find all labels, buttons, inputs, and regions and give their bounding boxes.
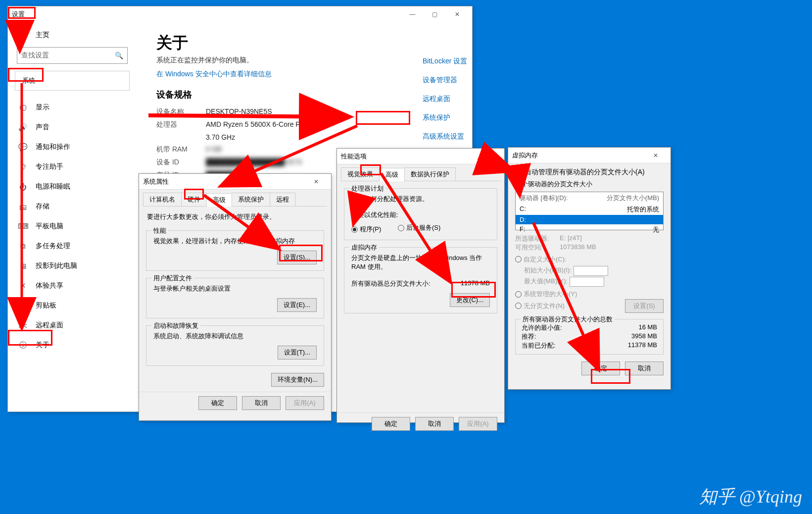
- sidebar-item-6[interactable]: ⌨平板电脑: [8, 216, 137, 236]
- sidebar-item-9[interactable]: ✕体验共享: [8, 276, 137, 296]
- profile-desc: 与登录帐户相关的桌面设置: [153, 284, 317, 293]
- ok-button[interactable]: 确定: [198, 396, 237, 410]
- cancel-button[interactable]: 取消: [625, 361, 664, 375]
- profile-legend: 用户配置文件: [151, 274, 194, 283]
- ok-button[interactable]: 确定: [581, 361, 620, 375]
- tab-高级[interactable]: 高级: [206, 193, 232, 206]
- sidebar-item-10[interactable]: 📋剪贴板: [8, 296, 137, 315]
- vmem-total-label: 所有驱动器总分页文件大小:: [351, 279, 430, 288]
- apply-button[interactable]: 应用(A): [286, 396, 324, 410]
- close-button[interactable]: ✕: [305, 174, 327, 189]
- security-center-link[interactable]: 在 Windows 安全中心中查看详细信息: [156, 70, 452, 79]
- cancel-button[interactable]: 取消: [415, 417, 454, 431]
- settings-title: 设置: [12, 10, 401, 19]
- sysprops-titlebar: 系统属性 ✕: [139, 174, 331, 190]
- page-title: 关于: [156, 32, 452, 54]
- sidebar-item-label: 存储: [36, 202, 49, 211]
- col-drive: 驱动器 [卷标](D):: [520, 194, 607, 203]
- vmem-group: 虚拟内存 分页文件是硬盘上的一块区域，Windows 当作 RAM 使用。 所有…: [344, 247, 497, 313]
- totals-group: 所有驱动器分页文件大小的总数 允许的最小值:16 MB 推荐:3958 MB 当…: [515, 319, 664, 355]
- link-remote-desktop[interactable]: 远程桌面: [423, 95, 522, 103]
- link-device-manager[interactable]: 设备管理器: [423, 76, 522, 85]
- radio-label: 无分页文件(N): [524, 302, 565, 310]
- maximize-button[interactable]: ▢: [424, 7, 446, 22]
- drive-row[interactable]: D:: [516, 215, 663, 224]
- min-k: 允许的最小值:: [522, 323, 638, 332]
- tab-高级[interactable]: 高级: [379, 168, 405, 181]
- sidebar-item-icon: 🖥: [18, 262, 28, 270]
- avail-v: 1073838 MB: [560, 243, 596, 252]
- sidebar-item-label: 关于: [36, 341, 49, 350]
- rec-v: 3958 MB: [631, 332, 657, 341]
- sidebar-item-label: 体验共享: [36, 281, 63, 290]
- sysprops-title: 系统属性: [143, 177, 305, 186]
- link-advanced-system-settings[interactable]: 高级系统设置: [423, 132, 522, 141]
- sidebar-item-label: 平板电脑: [36, 222, 63, 231]
- link-system-protection[interactable]: 系统保护: [423, 113, 522, 122]
- sidebar-item-4[interactable]: ⏻电源和睡眠: [8, 177, 137, 197]
- drive-row[interactable]: F:无: [516, 224, 663, 235]
- sidebar-item-icon: ⧉: [18, 242, 28, 251]
- sidebar-item-1[interactable]: 🔊声音: [8, 117, 137, 137]
- auto-manage-checkbox[interactable]: ✓ 自动管理所有驱动器的分页文件大小(A): [515, 168, 645, 177]
- system-properties-dialog: 系统属性 ✕ 计算机名硬件高级系统保护远程 要进行大多数更改，你必须作为管理员登…: [139, 173, 332, 421]
- spec-val: AMD Ryzen 5 5600X 6-Core P: [206, 120, 300, 129]
- max-k: 最大值(MB)(X):: [524, 277, 568, 285]
- spec-val: 0 GB: [206, 145, 222, 154]
- vmem-change-button[interactable]: 更改(C)...: [450, 293, 490, 307]
- close-button[interactable]: ✕: [644, 148, 667, 163]
- sidebar-item-3[interactable]: ☽专注助手: [8, 157, 137, 177]
- sidebar-item-0[interactable]: 🖵显示: [8, 98, 137, 117]
- env-vars-button[interactable]: 环境变量(N)...: [271, 373, 324, 387]
- sidebar-item-label: 剪贴板: [36, 301, 56, 310]
- sidebar-item-11[interactable]: ><远程桌面: [8, 315, 137, 335]
- sidebar-item-icon: 🖴: [18, 203, 28, 211]
- sidebar-home[interactable]: ⌂ 主页: [8, 25, 137, 45]
- radio-label: 程序(P): [360, 225, 381, 234]
- tab-远程[interactable]: 远程: [270, 193, 295, 206]
- tab-硬件[interactable]: 硬件: [181, 193, 207, 206]
- sel-drive-v: E: [z4T]: [560, 234, 582, 243]
- sidebar-item-8[interactable]: 🖥投影到此电脑: [8, 256, 137, 276]
- tab-系统保护[interactable]: 系统保护: [232, 193, 270, 206]
- tab-数据执行保护[interactable]: 数据执行保护: [404, 167, 456, 181]
- drive-list[interactable]: 驱动器 [卷标](D): 分页文件大小(MB) C:托管的系统D:F:无: [515, 192, 664, 230]
- perf-settings-button[interactable]: 设置(S)...: [277, 251, 317, 264]
- col-size: 分页文件大小(MB): [607, 194, 659, 203]
- ok-button[interactable]: 确定: [372, 417, 410, 431]
- sidebar-item-2[interactable]: 💬通知和操作: [8, 137, 137, 157]
- watermark: 知乎 @Ytqing: [699, 485, 802, 509]
- sidebar-item-12[interactable]: ⓘ关于: [8, 335, 137, 355]
- vmem-title: 虚拟内存: [512, 151, 644, 160]
- close-button[interactable]: ✕: [478, 149, 500, 164]
- virtual-memory-dialog: 虚拟内存 ✕ ✓ 自动管理所有驱动器的分页文件大小(A) 每个驱动器的分页文件大…: [508, 147, 671, 390]
- radio-programs[interactable]: 程序(P): [351, 225, 381, 234]
- minimize-button[interactable]: —: [401, 7, 424, 22]
- search-input[interactable]: 查找设置 🔍: [17, 47, 128, 64]
- perf-group: 性能 视觉效果，处理器计划，内存使用，以及虚拟内存 设置(S)...: [146, 230, 324, 271]
- sidebar-item-label: 电源和睡眠: [36, 182, 70, 191]
- spec-key: 设备 ID: [156, 158, 206, 167]
- scheduler-group: 处理器计划 选择如何分配处理器资源。 调整以优化性能: 程序(P) 后台服务(S…: [344, 188, 497, 240]
- radio-services[interactable]: 后台服务(S): [398, 223, 440, 232]
- sidebar-item-5[interactable]: 🖴存储: [8, 197, 137, 216]
- drive-letter: D:: [520, 216, 659, 223]
- home-icon: ⌂: [18, 31, 28, 40]
- tab-计算机名[interactable]: 计算机名: [143, 193, 182, 206]
- apply-button[interactable]: 应用(A): [459, 417, 497, 431]
- profile-settings-button[interactable]: 设置(E)...: [277, 298, 317, 312]
- profile-group: 用户配置文件 与登录帐户相关的桌面设置 设置(E)...: [146, 278, 324, 318]
- max-size-input: [570, 277, 604, 287]
- spec-key: 处理器: [156, 120, 206, 129]
- startup-desc: 系统启动、系统故障和调试信息: [153, 332, 317, 341]
- sidebar-item-7[interactable]: ⧉多任务处理: [8, 236, 137, 256]
- startup-settings-button[interactable]: 设置(T)...: [278, 346, 317, 360]
- startup-group: 启动和故障恢复 系统启动、系统故障和调试信息 设置(T)...: [146, 325, 324, 366]
- close-button[interactable]: ✕: [446, 7, 468, 22]
- vmem-total-value: 11378 MB: [461, 279, 490, 288]
- cancel-button[interactable]: 取消: [242, 396, 281, 410]
- tab-视觉效果[interactable]: 视觉效果: [341, 167, 380, 181]
- drive-row[interactable]: C:托管的系统: [516, 204, 663, 215]
- link-bitlocker[interactable]: BitLocker 设置: [423, 57, 522, 66]
- search-placeholder: 查找设置: [21, 51, 49, 60]
